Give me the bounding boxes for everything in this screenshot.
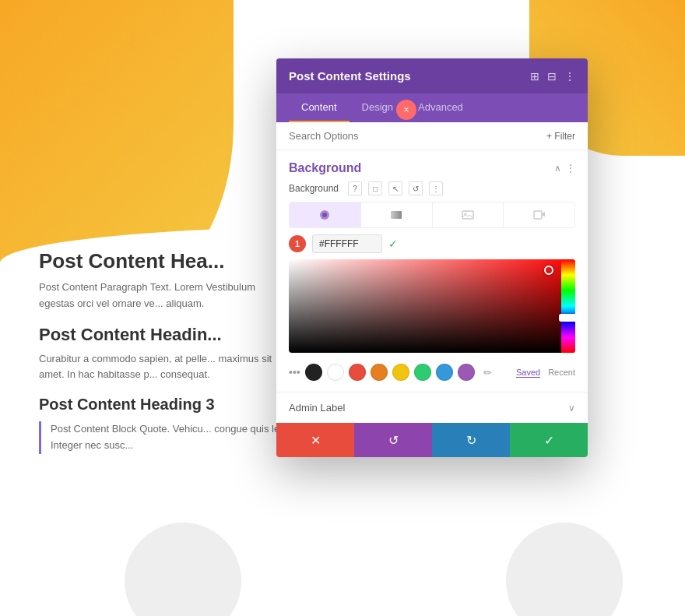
redo-button[interactable]: ↻	[432, 423, 510, 457]
image-icon	[462, 209, 474, 221]
eyedropper-icon[interactable]: ✏	[480, 364, 497, 381]
close-icon: ×	[403, 104, 409, 115]
undo-button[interactable]: ↺	[354, 423, 432, 457]
modal-body: + Filter Background ∧ ⋮ Background ? □ ↖…	[276, 122, 588, 423]
recent-tab[interactable]: Recent	[548, 368, 575, 378]
background-label: Background	[289, 183, 339, 194]
saved-tab[interactable]: Saved	[516, 368, 540, 378]
post-paragraph-1: Post Content Paragraph Text. Lorem Vesti…	[39, 280, 288, 312]
background-type-tabs	[289, 202, 575, 228]
modal-header-icons: ⊞ ⊟ ⋮	[530, 70, 575, 83]
saved-colors-row: ••• ✏ Saved Recent	[289, 359, 575, 385]
bg-type-color[interactable]	[290, 202, 361, 227]
color-picker-area: 1 ✓ •••	[289, 234, 575, 385]
section-controls: ∧ ⋮	[554, 163, 575, 174]
cancel-button[interactable]: ✕	[276, 423, 354, 457]
columns-icon[interactable]: ⊟	[547, 70, 557, 83]
post-heading-3: Post Content Heading 3	[39, 396, 288, 414]
bg-type-video[interactable]	[504, 202, 574, 227]
undo-icon: ↺	[388, 433, 399, 448]
save-icon: ✓	[544, 433, 554, 448]
post-heading-1: Post Content Hea...	[39, 249, 288, 273]
tab-content[interactable]: Content	[289, 93, 350, 122]
redo-icon: ↻	[466, 433, 476, 448]
svg-point-1	[322, 213, 327, 217]
svg-rect-3	[462, 211, 473, 219]
color-input-row: 1 ✓	[289, 234, 575, 253]
content-area: Post Content Hea... Post Content Paragra…	[23, 234, 304, 470]
modal-header: Post Content Settings ⊞ ⊟ ⋮	[276, 58, 588, 93]
save-button[interactable]: ✓	[510, 423, 588, 457]
color-fill-icon	[318, 209, 331, 221]
color-layer-indicator: 1	[289, 235, 306, 252]
device-icon[interactable]: □	[368, 181, 382, 195]
swatch-purple[interactable]	[458, 364, 475, 381]
bg-type-image[interactable]	[433, 202, 504, 227]
resize-icon[interactable]: ⊞	[530, 70, 539, 83]
svg-rect-2	[391, 211, 402, 219]
swatch-orange[interactable]	[371, 364, 388, 381]
color-gradient-canvas[interactable]	[289, 259, 575, 353]
bg-type-gradient[interactable]	[361, 202, 433, 227]
background-section-header: Background ∧ ⋮	[276, 150, 588, 181]
post-paragraph-2: Curabitur a commodo sapien, at pelle... …	[39, 351, 288, 384]
chevron-down-icon: ∨	[568, 403, 575, 414]
search-input[interactable]	[289, 130, 546, 142]
svg-rect-5	[534, 211, 542, 219]
post-content-settings-modal: Post Content Settings ⊞ ⊟ ⋮ Content Desi…	[276, 58, 588, 457]
color-hex-input[interactable]	[312, 234, 382, 253]
close-button[interactable]: ×	[396, 100, 416, 120]
swatch-red[interactable]	[349, 364, 366, 381]
modal-title: Post Content Settings	[289, 69, 411, 83]
admin-label-text: Admin Label	[289, 402, 345, 414]
swatch-black[interactable]	[305, 364, 322, 381]
modal-tabs: Content Design Advanced	[276, 93, 588, 122]
admin-label-section[interactable]: Admin Label ∨	[276, 392, 588, 423]
hue-slider[interactable]	[561, 259, 575, 353]
block-quote: Post Content Block Quote. Vehicu... cong…	[39, 421, 288, 454]
filter-button[interactable]: + Filter	[546, 131, 575, 142]
darkness-gradient	[289, 259, 575, 353]
cursor-icon[interactable]: ↖	[388, 181, 402, 195]
background-controls: Background ? □ ↖ ↺ ⋮	[276, 181, 588, 202]
color-picker-handle[interactable]	[544, 266, 553, 275]
background-section-title: Background	[289, 161, 361, 175]
swatch-white[interactable]	[327, 364, 344, 381]
section-menu-icon[interactable]: ⋮	[566, 163, 575, 174]
swatch-green[interactable]	[414, 364, 431, 381]
post-heading-2: Post Content Headin...	[39, 325, 288, 345]
help-icon[interactable]: ?	[348, 181, 362, 195]
reset-icon[interactable]: ↺	[409, 181, 423, 195]
ellipsis-icon[interactable]: ⋮	[564, 70, 575, 83]
color-confirm-icon[interactable]: ✓	[388, 238, 398, 250]
saved-tabs: Saved Recent	[516, 368, 575, 378]
search-bar: + Filter	[276, 122, 588, 150]
cancel-icon: ✕	[311, 433, 321, 448]
modal-footer: ✕ ↺ ↻ ✓	[276, 423, 588, 457]
options-icon[interactable]: ⋮	[429, 181, 443, 195]
hue-slider-handle[interactable]	[559, 314, 575, 322]
collapse-icon[interactable]: ∧	[554, 163, 561, 174]
more-swatches-icon[interactable]: •••	[289, 366, 300, 378]
swatch-blue[interactable]	[436, 364, 453, 381]
gradient-icon	[390, 209, 402, 221]
swatch-yellow[interactable]	[392, 364, 409, 381]
video-icon	[533, 209, 546, 221]
